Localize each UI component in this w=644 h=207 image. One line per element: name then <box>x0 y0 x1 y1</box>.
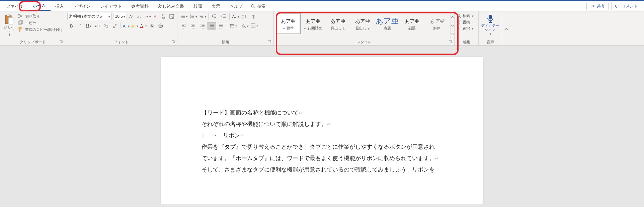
svg-line-1 <box>254 7 255 8</box>
cut-button[interactable]: 切り取り <box>18 13 63 19</box>
cut-label: 切り取り <box>25 14 40 19</box>
char-shading-button[interactable]: A <box>148 22 156 29</box>
style-no-spacing[interactable]: あア亜 ↵行間詰め <box>301 13 325 34</box>
shrink-font-button[interactable]: A▾ <box>136 13 143 20</box>
numbering-button[interactable]: 123 <box>189 13 197 20</box>
styles-scroll-down[interactable] <box>451 21 454 30</box>
tab-view[interactable]: 表示 <box>207 1 225 11</box>
highlight-button[interactable] <box>131 22 139 29</box>
shading-button[interactable] <box>240 22 249 29</box>
align-left-button[interactable] <box>179 22 188 29</box>
font-size-combo[interactable]: 10.5 <box>113 13 127 20</box>
grow-font-button[interactable]: A▴ <box>128 13 135 20</box>
styles-launcher[interactable] <box>448 40 452 44</box>
style-heading2[interactable]: あア亜 見出し 2 <box>350 13 375 34</box>
style-heading1[interactable]: あア亜 見出し 1 <box>325 13 350 34</box>
tab-layout[interactable]: レイアウト <box>95 1 127 11</box>
comments-button[interactable]: コメント <box>611 2 641 10</box>
style-title[interactable]: あア亜 表題 <box>375 13 400 34</box>
tab-home[interactable]: ホーム <box>28 1 51 11</box>
share-button[interactable]: 共有 <box>586 2 609 10</box>
align-right-icon <box>200 23 205 28</box>
clear-formatting-button[interactable]: A <box>153 13 159 20</box>
paragraph-launcher[interactable] <box>267 40 271 44</box>
paragraph-group-label: 段落 <box>222 40 229 44</box>
text-dir-icon: A <box>232 14 237 19</box>
align-justify-button[interactable] <box>208 22 216 29</box>
line-spacing-button[interactable] <box>229 22 237 29</box>
style-emphasis[interactable]: あア亜 斜体 <box>424 13 449 34</box>
font-name-combo[interactable]: 游明朝 (本文のフォ <box>67 13 112 20</box>
styles-expand[interactable] <box>451 30 454 39</box>
paste-dropdown[interactable] <box>8 33 10 37</box>
svg-text:Z: Z <box>242 17 244 19</box>
tab-review[interactable]: 校閲 <box>189 1 207 11</box>
font-color-button[interactable]: A <box>139 22 147 29</box>
style-normal[interactable]: あア亜 ↵標準 <box>276 13 301 34</box>
char-border-button[interactable]: A <box>168 13 175 20</box>
doc-line-3[interactable]: 作業を『タブ』で切り替えることができ、タブごとに作業がしやすくなるボタンが用意さ… <box>202 141 442 153</box>
tab-help[interactable]: ヘルプ <box>225 1 247 11</box>
paste-icon <box>4 13 14 25</box>
chevron-up-icon <box>504 27 509 31</box>
multilevel-button[interactable] <box>198 13 207 20</box>
italic-button[interactable]: I <box>76 22 84 29</box>
replace-button[interactable]: ab 置換 <box>457 20 474 25</box>
style-subtitle[interactable]: あア亜 副題 <box>400 13 424 34</box>
subscript-button[interactable]: x2 <box>102 22 110 29</box>
tab-mailings[interactable]: 差し込み文書 <box>153 1 189 11</box>
text-effects-button[interactable]: A <box>122 22 130 29</box>
enclosed-char-button[interactable]: 字 <box>157 22 165 29</box>
select-button[interactable]: 選択 <box>457 26 474 31</box>
doc-line-0[interactable]: 【ワード】画面の名称と機能について↵ <box>202 107 442 119</box>
svg-rect-4 <box>8 17 13 24</box>
tab-design[interactable]: デザイン <box>69 1 95 11</box>
find-button[interactable]: 検索 <box>457 13 474 18</box>
underline-button[interactable]: U <box>85 22 93 29</box>
outdent-button[interactable] <box>210 13 219 20</box>
format-painter-label: 書式のコピー/貼り付け <box>25 27 63 32</box>
paste-button[interactable]: 貼り付け <box>2 13 16 39</box>
strike-button[interactable]: ab <box>93 22 101 29</box>
font-name-value: 游明朝 (本文のフォ <box>69 14 103 19</box>
align-distribute-button[interactable] <box>217 22 226 29</box>
tab-references[interactable]: 参考資料 <box>127 1 153 11</box>
bullets-icon <box>180 14 185 19</box>
doc-line-5[interactable]: そして、さまざまなタブに便利な機能が用意されているので確認してみましょう。リボン… <box>202 164 442 176</box>
align-right-button[interactable] <box>198 22 207 29</box>
sort-button[interactable]: AZ <box>240 13 249 20</box>
tab-file[interactable]: ファイル <box>1 1 28 11</box>
svg-rect-21 <box>140 27 143 28</box>
borders-button[interactable] <box>250 22 258 29</box>
font-launcher[interactable] <box>171 40 175 44</box>
indent-button[interactable] <box>219 13 228 20</box>
change-case-button[interactable]: Aa <box>144 13 151 20</box>
align-justify-icon <box>209 23 215 28</box>
superscript-button[interactable]: x2 <box>111 22 119 29</box>
grow-font-icon: A▴ <box>129 14 134 19</box>
align-center-button[interactable] <box>189 22 197 29</box>
svg-text:Aa: Aa <box>145 15 148 18</box>
group-font: 游明朝 (本文のフォ 10.5 A▴ A▾ Aa A <box>65 11 177 45</box>
ribbon: 貼り付け 切り取り コピー <box>0 11 644 46</box>
document-page[interactable]: 【ワード】画面の名称と機能について↵ それぞれの名称や機能について順に解説します… <box>161 57 483 204</box>
styles-scroll-up[interactable] <box>451 13 454 21</box>
bold-button[interactable]: B <box>67 22 75 29</box>
copy-icon <box>18 20 23 25</box>
doc-line-1[interactable]: それぞれの名称や機能について順に解説します。↵ <box>202 119 442 130</box>
doc-line-4[interactable]: ています。『ホームタブ』には、ワードで最もよく使う機能がリボンに収められています… <box>202 153 442 164</box>
doc-line-2[interactable]: 1. → リボン↵ <box>202 130 442 141</box>
tab-insert[interactable]: 挿入 <box>51 1 69 11</box>
dictate-button[interactable]: ディクテーション <box>481 13 500 39</box>
phonetic-guide-button[interactable]: ア亜 <box>161 13 167 20</box>
svg-rect-41 <box>489 15 492 19</box>
clipboard-launcher[interactable] <box>59 40 63 44</box>
bullets-button[interactable] <box>179 13 188 20</box>
copy-button[interactable]: コピー <box>18 20 63 25</box>
dictate-dropdown[interactable] <box>489 31 491 36</box>
format-painter-button[interactable]: 書式のコピー/貼り付け <box>18 27 63 32</box>
show-marks-button[interactable]: ¶ <box>250 13 258 20</box>
text-direction-button[interactable]: A <box>231 13 240 20</box>
ribbon-collapse-button[interactable] <box>502 11 511 45</box>
tell-me-search[interactable]: 検索 <box>247 1 269 11</box>
